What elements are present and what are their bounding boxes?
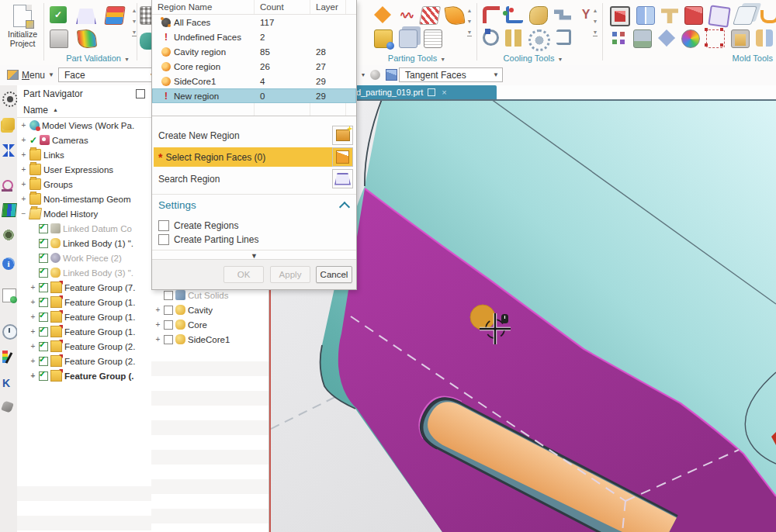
red-curves-icon[interactable] (397, 6, 414, 23)
copy-sheets-icon[interactable] (399, 29, 417, 48)
checker-flag-icon[interactable] (419, 6, 441, 25)
nav-item-row[interactable]: +Feature Group (2. (17, 339, 151, 354)
red-cube-icon[interactable] (684, 6, 703, 25)
channel-node-icon[interactable] (506, 6, 523, 23)
nav-item-row[interactable]: +Feature Group (1. (17, 324, 151, 339)
snap-sphere-icon[interactable] (370, 70, 380, 80)
hand-tool-icon[interactable] (529, 6, 548, 25)
panel-window-icon[interactable] (136, 89, 145, 98)
color-palette-icon[interactable] (681, 29, 700, 48)
menu-button[interactable]: Menu ▼ (4, 67, 57, 82)
region-row-undefined-faces[interactable]: !Undefined Faces2 (152, 29, 356, 44)
checkbox-unchecked[interactable] (164, 320, 173, 330)
type-filter-combo[interactable]: Face▾ (58, 67, 158, 82)
channel-route-icon[interactable] (556, 29, 571, 45)
group-label-mold-tools[interactable]: Mold Tools (733, 54, 773, 63)
expand-icon[interactable]: + (154, 306, 161, 314)
collapse-chevron-icon[interactable] (339, 202, 350, 212)
trapezoid-analysis-icon[interactable] (76, 6, 96, 26)
cancel-button[interactable]: Cancel (316, 266, 352, 283)
expand-icon[interactable]: + (20, 165, 27, 174)
nav-item-row[interactable]: +✓Cameras (17, 133, 151, 147)
orange-surface-icon[interactable] (444, 5, 465, 26)
body-item-row[interactable]: +Core (151, 317, 268, 332)
expand-icon[interactable]: + (29, 313, 36, 321)
swap-bodies-icon[interactable] (756, 29, 773, 47)
select-region-faces-highlight[interactable]: * Select Region Faces (0) (154, 147, 335, 167)
diamond-orange-icon[interactable] (374, 6, 391, 23)
expand-icon[interactable]: + (20, 121, 27, 130)
region-table-header[interactable]: Region Name Count Layer (152, 0, 356, 15)
nav-item-row[interactable]: −Model History (17, 206, 151, 221)
group-scroll-arrows[interactable]: ▲▼▼ (464, 8, 475, 36)
group-label-cooling-tools[interactable]: Cooling Tools (504, 54, 555, 63)
expand-icon[interactable]: + (20, 180, 27, 188)
expand-icon[interactable]: + (154, 320, 161, 329)
apply-button[interactable]: Apply (270, 266, 310, 283)
nav-item-row[interactable]: Work Piece (2) (17, 250, 151, 265)
webdoc-icon[interactable] (2, 288, 16, 302)
clock-icon[interactable] (2, 324, 18, 340)
checkbox-checked[interactable] (39, 342, 48, 351)
info-icon[interactable] (2, 257, 15, 270)
region-list-icon[interactable] (424, 29, 442, 48)
nav-item-row[interactable]: +User Expressions (17, 162, 151, 177)
group-scroll-arrows[interactable]: ▲▼▼ (129, 8, 140, 36)
checkbox-checked[interactable] (39, 298, 48, 307)
split-boxes-icon[interactable] (636, 6, 655, 25)
region-row-all-faces[interactable]: All Faces117 (152, 15, 356, 29)
checkbox-unchecked[interactable] (164, 291, 173, 300)
checkbox-checked[interactable] (39, 357, 48, 366)
nav-item-row[interactable]: +Feature Group (. (17, 368, 151, 383)
sheet-pair-icon[interactable] (733, 6, 757, 25)
expand-icon[interactable]: + (20, 136, 27, 144)
expressions-icon[interactable] (2, 118, 15, 130)
standard-mount-icon[interactable] (633, 29, 652, 48)
expand-icon[interactable]: + (29, 298, 36, 306)
nav-item-row[interactable]: +Non-timestamp Geom (17, 192, 151, 206)
expand-icon[interactable]: + (29, 283, 36, 292)
nav-item-row[interactable]: +Links (17, 147, 151, 162)
expand-icon[interactable]: + (29, 371, 36, 380)
create-parting-lines-checkbox[interactable] (158, 234, 169, 245)
checkbox-checked[interactable] (39, 239, 48, 248)
group-label-parting-tools[interactable]: Parting Tools (388, 54, 437, 63)
selection-scope-combo[interactable]: Tangent Faces▼ (399, 67, 503, 82)
expand-icon[interactable]: − (20, 209, 27, 218)
col-count[interactable]: Count (255, 0, 310, 14)
clip-ring-icon[interactable] (483, 29, 499, 46)
create-parting-lines-checkbox-row[interactable]: Create Parting Lines (158, 233, 258, 246)
books-icon[interactable] (2, 203, 17, 217)
expand-icon[interactable]: + (20, 150, 27, 159)
nav-item-row[interactable]: +Feature Group (7. (17, 280, 151, 295)
rainbow-wedge-icon[interactable] (77, 29, 97, 49)
touch-device-icon[interactable] (50, 29, 68, 48)
stack-colors-icon[interactable] (104, 6, 125, 25)
col-region-name[interactable]: Region Name (152, 0, 255, 14)
expand-icon[interactable]: + (29, 327, 36, 336)
nav-item-row[interactable]: +Feature Group (2. (17, 354, 151, 368)
expand-icon[interactable]: + (154, 335, 161, 344)
expand-icon[interactable]: + (20, 195, 27, 203)
name-column-header[interactable]: Name▲ (17, 102, 151, 118)
checkbox-checked[interactable] (39, 224, 48, 233)
tab-part-file[interactable]: d_parting_019.prt × (351, 85, 497, 99)
nav-item-row[interactable]: +Model Views (Work Pa. (17, 118, 151, 133)
tab-close-icon[interactable]: × (442, 88, 446, 97)
colorpen-icon[interactable] (2, 351, 8, 363)
trim-blocks-icon[interactable] (658, 29, 675, 47)
red-elbow-icon[interactable] (483, 6, 500, 23)
pipe-bend-icon[interactable] (554, 6, 571, 23)
nav-item-row[interactable]: Linked Datum Co (17, 221, 151, 236)
region-row-cavity-region[interactable]: Cavity region8528 (152, 44, 356, 59)
checkbox-checked[interactable] (39, 327, 48, 337)
group-scroll-arrows[interactable]: ▲▼▼ (590, 8, 601, 36)
selection-dropdown-icon[interactable]: ▾ (362, 71, 365, 78)
nav-item-row[interactable]: +Groups (17, 177, 151, 192)
group-label-part-validation[interactable]: Part Validation (66, 54, 121, 63)
annotation-icon[interactable] (2, 377, 15, 389)
checkbox-checked[interactable] (39, 313, 48, 322)
nav-item-row[interactable]: +Feature Group (1. (17, 295, 151, 309)
checkbox-checked[interactable] (39, 268, 48, 278)
checkbox-checked[interactable] (39, 371, 48, 381)
